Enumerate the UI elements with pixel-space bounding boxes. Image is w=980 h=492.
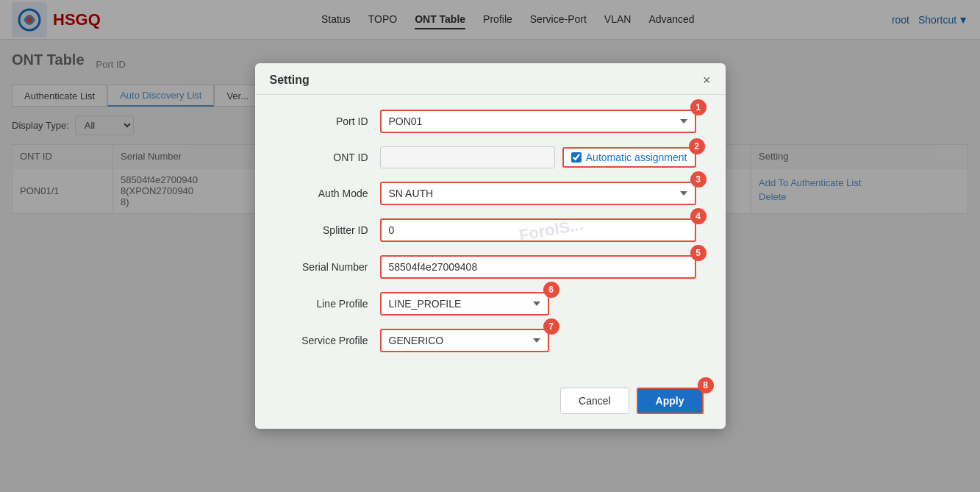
splitter-id-row: Splitter ID ForolS... 4 — [285, 218, 696, 226]
auto-assign-box: Automatic assignment 2 — [562, 147, 696, 168]
badge-4: 4 — [690, 208, 707, 224]
port-id-select[interactable]: PON01 — [380, 110, 696, 133]
auto-assign-checkbox[interactable] — [571, 152, 582, 163]
splitter-id-control: ForolS... 4 — [380, 218, 696, 226]
port-id-label: Port ID — [285, 115, 380, 127]
auth-mode-select[interactable]: SN AUTH — [380, 182, 696, 205]
ont-id-label: ONT ID — [285, 151, 380, 163]
auth-mode-label: Auth Mode — [285, 188, 380, 199]
modal-overlay: Setting × Port ID PON01 1 ONT ID — [0, 0, 980, 226]
ont-id-input[interactable] — [380, 146, 555, 168]
splitter-id-label: Splitter ID — [285, 224, 380, 226]
port-id-control: PON01 1 — [380, 110, 696, 133]
modal-body: Port ID PON01 1 ONT ID Automatic assignm… — [255, 95, 726, 226]
badge-1: 1 — [690, 99, 707, 115]
auth-mode-control: SN AUTH 3 — [380, 182, 696, 205]
auth-mode-row: Auth Mode SN AUTH 3 — [285, 182, 696, 205]
modal: Setting × Port ID PON01 1 ONT ID — [255, 63, 726, 226]
badge-2: 2 — [689, 138, 705, 154]
auto-assign-label: Automatic assignment — [586, 151, 687, 163]
modal-title: Setting — [270, 74, 310, 87]
modal-close-button[interactable]: × — [703, 74, 711, 87]
port-id-row: Port ID PON01 1 — [285, 110, 696, 133]
modal-header: Setting × — [255, 63, 726, 95]
ont-id-control: Automatic assignment 2 — [380, 146, 696, 168]
ont-id-row: ONT ID Automatic assignment 2 — [285, 146, 696, 168]
splitter-id-input[interactable] — [380, 218, 696, 226]
badge-3: 3 — [690, 171, 707, 188]
